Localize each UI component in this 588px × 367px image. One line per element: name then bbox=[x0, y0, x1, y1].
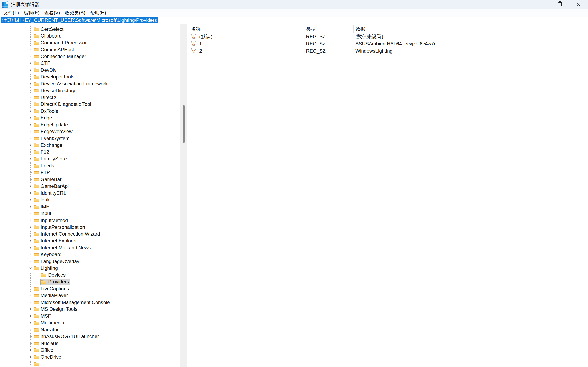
tree-item[interactable]: CommsAPHost bbox=[0, 46, 181, 53]
chevron-right-icon[interactable] bbox=[28, 80, 33, 87]
tree-item[interactable]: Clipboard bbox=[0, 33, 181, 40]
column-header-data[interactable]: 数据 bbox=[355, 26, 365, 32]
column-separator[interactable] bbox=[304, 25, 304, 33]
chevron-right-icon[interactable] bbox=[28, 244, 33, 251]
tree-item[interactable]: OneDrive bbox=[0, 354, 181, 360]
chevron-right-icon[interactable] bbox=[28, 67, 33, 74]
chevron-right-icon[interactable] bbox=[28, 135, 33, 142]
tree-item[interactable]: MS Design Tools bbox=[0, 306, 181, 313]
tree-item[interactable]: F12 bbox=[0, 149, 181, 156]
tree-item[interactable]: MediaPlayer bbox=[0, 292, 181, 299]
tree-item[interactable]: Narrator bbox=[0, 326, 181, 333]
tree-item[interactable]: DevDiv bbox=[0, 67, 181, 74]
tree-item[interactable]: InputMethod bbox=[0, 217, 181, 224]
chevron-right-icon[interactable] bbox=[28, 53, 33, 60]
registry-value-row[interactable]: ab (默认) REG_SZ (数值未设置) bbox=[189, 33, 588, 40]
chevron-right-icon[interactable] bbox=[28, 306, 33, 313]
tree-item[interactable]: Office bbox=[0, 347, 181, 354]
minimize-button[interactable] bbox=[531, 0, 550, 8]
tree-item[interactable]: Microsoft Management Console bbox=[0, 299, 181, 306]
chevron-right-icon[interactable] bbox=[28, 210, 33, 217]
close-button[interactable] bbox=[569, 0, 588, 8]
values-pane[interactable]: 名称 类型 数据 ab (默认) REG_SZ (数值未设置) ab bbox=[189, 25, 588, 367]
tree-item[interactable]: Internet Connection Wizard bbox=[0, 231, 181, 238]
tree-item[interactable]: EdgeUpdate bbox=[0, 121, 181, 128]
chevron-right-icon[interactable] bbox=[28, 354, 33, 360]
tree-item[interactable]: MSF bbox=[0, 313, 181, 319]
registry-value-row[interactable]: ab 2 REG_SZ WindowsLighting bbox=[189, 47, 588, 54]
chevron-right-icon[interactable] bbox=[28, 326, 33, 333]
tree-item[interactable]: IdentityCRL bbox=[0, 190, 181, 197]
tree-item[interactable]: Feeds bbox=[0, 162, 181, 169]
tree-item[interactable]: EventSystem bbox=[0, 135, 181, 142]
chevron-right-icon[interactable] bbox=[28, 115, 33, 122]
tree-item[interactable]: DirectX Diagnostic Tool bbox=[0, 101, 181, 108]
chevron-right-icon[interactable] bbox=[28, 46, 33, 53]
tree-item[interactable]: CertSelect bbox=[0, 26, 181, 33]
chevron-right-icon[interactable] bbox=[35, 272, 40, 278]
registry-value-row[interactable]: ab 1 REG_SZ ASUSAmbientHAL64_ecvjzhf6c4w… bbox=[189, 40, 588, 47]
chevron-right-icon[interactable] bbox=[28, 60, 33, 67]
chevron-right-icon[interactable] bbox=[28, 217, 33, 224]
registry-tree-pane[interactable]: CertSelect Clipboard bbox=[0, 25, 181, 367]
tree-item[interactable]: InputPersonalization bbox=[0, 224, 181, 231]
address-bar[interactable]: 计算机\HKEY_CURRENT_USER\Software\Microsoft… bbox=[0, 17, 588, 25]
tree-item[interactable]: Nucleus bbox=[0, 340, 181, 347]
chevron-right-icon[interactable] bbox=[28, 313, 33, 319]
menu-item[interactable]: 查看(V) bbox=[42, 9, 62, 17]
tree-vertical-scrollbar[interactable] bbox=[181, 25, 187, 367]
tree-item[interactable]: Internet Explorer bbox=[0, 238, 181, 244]
tree-item[interactable]: FamilyStore bbox=[0, 156, 181, 162]
tree-item[interactable]: leak bbox=[0, 197, 181, 203]
chevron-right-icon[interactable] bbox=[28, 292, 33, 299]
column-separator[interactable] bbox=[457, 25, 457, 33]
chevron-down-icon[interactable] bbox=[28, 265, 33, 272]
scrollbar-thumb[interactable] bbox=[183, 105, 185, 143]
maximize-restore-button[interactable] bbox=[550, 0, 569, 8]
tree-item[interactable]: DeviceDirectory bbox=[0, 87, 181, 94]
chevron-right-icon[interactable] bbox=[28, 258, 33, 265]
chevron-right-icon[interactable] bbox=[28, 238, 33, 244]
chevron-right-icon[interactable] bbox=[28, 94, 33, 101]
menu-item[interactable]: 编辑(E) bbox=[21, 9, 42, 17]
tree-item[interactable]: Internet Mail and News bbox=[0, 244, 181, 251]
tree-item[interactable]: Lighting bbox=[0, 265, 181, 272]
tree-item[interactable]: CTF bbox=[0, 60, 181, 67]
tree-item[interactable]: nhAsusROG71UILauncher bbox=[0, 333, 181, 340]
chevron-right-icon[interactable] bbox=[28, 347, 33, 354]
tree-horizontal-scrollbar[interactable] bbox=[0, 366, 187, 366]
chevron-right-icon[interactable] bbox=[28, 197, 33, 203]
tree-item[interactable]: FTP bbox=[0, 169, 181, 176]
tree-item[interactable]: GameBarApi bbox=[0, 183, 181, 190]
chevron-right-icon[interactable] bbox=[28, 128, 33, 135]
column-header-name[interactable]: 名称 bbox=[191, 26, 201, 32]
column-header-type[interactable]: 类型 bbox=[306, 26, 316, 32]
tree-item[interactable]: GameBar bbox=[0, 176, 181, 183]
tree-item[interactable]: IME bbox=[0, 203, 181, 210]
tree-item[interactable]: DeveloperTools bbox=[0, 74, 181, 81]
menu-item[interactable]: 文件(F) bbox=[1, 9, 21, 17]
tree-item[interactable]: Command Processor bbox=[0, 39, 181, 46]
tree-item[interactable]: LiveCaptions bbox=[0, 285, 181, 292]
tree-item[interactable]: Devices bbox=[0, 272, 181, 278]
chevron-right-icon[interactable] bbox=[28, 203, 33, 210]
chevron-right-icon[interactable] bbox=[28, 299, 33, 306]
tree-item[interactable]: DirectX bbox=[0, 94, 181, 101]
tree-item[interactable]: input bbox=[0, 210, 181, 217]
tree-item[interactable]: EdgeWebView bbox=[0, 128, 181, 135]
chevron-right-icon[interactable] bbox=[28, 156, 33, 162]
tree-item[interactable]: Connection Manager bbox=[0, 53, 181, 60]
chevron-right-icon[interactable] bbox=[28, 190, 33, 197]
tree-item[interactable]: DxTools bbox=[0, 108, 181, 115]
chevron-right-icon[interactable] bbox=[28, 183, 33, 190]
chevron-right-icon[interactable] bbox=[28, 142, 33, 149]
tree-item[interactable]: Device Association Framework bbox=[0, 80, 181, 87]
tree-item[interactable]: Providers bbox=[0, 278, 181, 285]
tree-item[interactable]: Keyboard bbox=[0, 251, 181, 258]
tree-item[interactable]: Edge bbox=[0, 115, 181, 122]
chevron-right-icon[interactable] bbox=[28, 224, 33, 231]
menu-item[interactable]: 帮助(H) bbox=[87, 9, 108, 17]
chevron-right-icon[interactable] bbox=[28, 319, 33, 326]
tree-item[interactable]: Exchange bbox=[0, 142, 181, 149]
chevron-right-icon[interactable] bbox=[28, 251, 33, 258]
